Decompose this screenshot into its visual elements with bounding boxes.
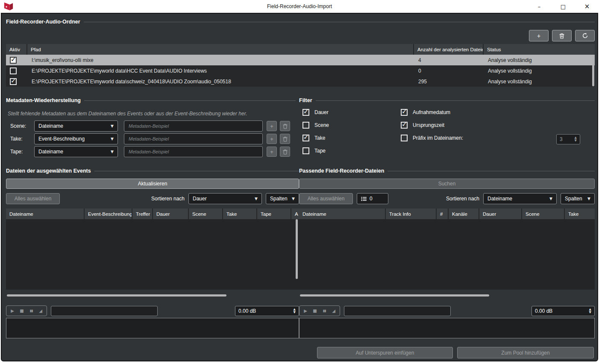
spinner-down-icon[interactable]: ▼ [294, 311, 296, 314]
active-checkbox[interactable] [10, 57, 17, 64]
column-header-anzahl[interactable]: Anzahl der analysierten Dateien [414, 44, 484, 55]
column-header-track-info[interactable]: Track Info [386, 208, 437, 219]
take-example-input[interactable]: Metadaten-Beispiel [124, 133, 263, 144]
column-header-a[interactable]: A [291, 208, 299, 219]
prefix-length-stepper[interactable]: 3 ▲▼ [556, 134, 580, 144]
scene-add-button[interactable]: + [267, 121, 277, 131]
stop-icon[interactable]: ■ [310, 308, 320, 313]
column-header-scene[interactable]: Scene [522, 208, 565, 219]
column-header-take[interactable]: Take [223, 208, 257, 219]
filter-checkbox[interactable] [302, 135, 309, 141]
close-button[interactable]: × [578, 0, 596, 13]
recorder-hscroll-thumb[interactable] [300, 294, 489, 296]
folder-row[interactable]: E:\PROJEKTE\PROJEKTE\myworld data\schwei… [6, 76, 595, 87]
events-table-hscrollbar[interactable] [6, 294, 299, 297]
recorder-table-body[interactable] [299, 219, 595, 290]
filter-checkbox[interactable] [401, 135, 408, 141]
folder-row[interactable]: E:\PROJEKTE\PROJEKTE\myworld data\HCC Ev… [6, 65, 595, 76]
delete-folder-button[interactable] [552, 30, 572, 41]
recorder-preview-field[interactable] [344, 306, 451, 316]
filter-checkbox[interactable] [302, 122, 309, 129]
active-checkbox[interactable] [10, 78, 17, 85]
events-sort-dropdown[interactable]: Dauer ▼ [188, 193, 262, 204]
filter-dauer[interactable]: Dauer [302, 109, 329, 116]
tape-example-input[interactable]: Metadaten-Beispiel [124, 146, 263, 157]
filter-take[interactable]: Take [302, 135, 325, 141]
column-header-pfad[interactable]: Pfad [27, 44, 414, 55]
refresh-folders-button[interactable] [575, 30, 595, 41]
filter-scene[interactable]: Scene [302, 122, 329, 129]
column-header-treffer[interactable]: Treffer [132, 208, 153, 219]
play-icon[interactable]: ▶ [8, 308, 17, 313]
status-text: Analyse vollständig [484, 65, 595, 76]
folder-table-scrollbar[interactable] [592, 56, 594, 86]
events-table-vscrollbar[interactable] [296, 219, 298, 279]
recorder-sort-dropdown[interactable]: Dateiname ▼ [483, 193, 557, 204]
column-header-tape[interactable]: Tape [257, 208, 291, 219]
events-volume-stepper[interactable]: 0.00 dB ▲▼ [235, 306, 299, 316]
active-checkbox[interactable] [10, 68, 17, 74]
column-header-dateiname[interactable]: Dateiname [6, 208, 85, 219]
play-icon[interactable]: ▶ [301, 308, 310, 313]
column-header-aktiv[interactable]: Aktiv [6, 44, 27, 55]
filter-ursprungszeit[interactable]: Ursprungszeit [401, 122, 444, 129]
insert-subtracks-button[interactable]: Auf Unterspuren einfügen [317, 347, 453, 358]
pause-icon[interactable]: ▮▮ [26, 309, 36, 313]
filter-checkbox[interactable] [302, 147, 309, 154]
add-to-pool-button[interactable]: Zum Pool hinzufügen [457, 347, 594, 358]
titlebar: Field-Recorder-Audio-Import – □ × [0, 0, 599, 13]
recorder-table-hscrollbar[interactable] [299, 294, 595, 297]
filter-tape[interactable]: Tape [302, 147, 326, 154]
spinner-down-icon[interactable]: ▼ [589, 311, 591, 314]
update-button[interactable]: Aktualisieren [6, 179, 299, 189]
column-header-number[interactable]: # [437, 208, 449, 219]
recorder-info-box[interactable] [299, 318, 595, 338]
take-example-placeholder: Metadaten-Beispiel [129, 136, 169, 141]
recorder-volume-stepper[interactable]: 0.00 dB ▲▼ [531, 306, 595, 316]
take-delete-button[interactable] [280, 134, 290, 144]
take-add-button[interactable]: + [267, 134, 277, 144]
folder-row[interactable]: I:\musik_erol\vonu-olli mixe 4 Analyse v… [6, 55, 595, 65]
search-button[interactable]: Suchen [299, 179, 595, 189]
take-source-value: Event-Beschreibung [38, 136, 85, 142]
column-header-status[interactable]: Status [484, 44, 595, 55]
maximize-button[interactable]: □ [555, 0, 572, 13]
scene-example-input[interactable]: Metadaten-Beispiel [124, 120, 263, 132]
column-header-scene[interactable]: Scene [189, 208, 223, 219]
select-all-recorder-button[interactable]: Alles auswählen [299, 193, 353, 204]
tape-add-button[interactable]: + [267, 147, 277, 157]
ramp-icon[interactable]: ◢ [36, 308, 45, 313]
events-table-body[interactable] [6, 219, 299, 290]
column-header-kanaele[interactable]: Kanäle [449, 208, 479, 219]
filter-checkbox[interactable] [302, 109, 309, 116]
take-source-dropdown[interactable]: Event-Beschreibung ▼ [34, 133, 118, 144]
column-header-event-beschreibung[interactable]: Event-Beschreibung [85, 208, 132, 219]
minimize-button[interactable]: – [531, 0, 548, 13]
column-header-take[interactable]: Take [565, 208, 595, 219]
pause-icon[interactable]: ▮▮ [320, 309, 329, 313]
events-hscroll-thumb[interactable] [7, 294, 226, 296]
spinner-down-icon[interactable]: ▼ [575, 139, 577, 142]
add-folder-button[interactable]: + [529, 30, 549, 41]
select-all-events-button[interactable]: Alles auswählen [6, 193, 60, 204]
filter-checkbox[interactable] [401, 109, 408, 116]
filter-praefix[interactable]: Präfix im Dateinamen: [401, 135, 463, 141]
filter-checkbox[interactable] [401, 122, 408, 129]
scene-delete-button[interactable] [280, 121, 290, 131]
stop-icon[interactable]: ■ [17, 308, 26, 313]
scene-source-dropdown[interactable]: Dateiname ▼ [34, 120, 118, 132]
ramp-icon[interactable]: ◢ [329, 308, 338, 313]
tape-example-placeholder: Metadaten-Beispiel [129, 149, 169, 154]
events-table-header: Dateiname Event-Beschreibung Treffer Dau… [6, 208, 299, 219]
events-columns-dropdown[interactable]: Spalten ▼ [266, 193, 299, 204]
filter-aufnahmedatum[interactable]: Aufnahmedatum [401, 109, 450, 116]
recorder-panel-title-text: Passende Field-Recorder-Dateien [299, 168, 384, 174]
column-header-dauer[interactable]: Dauer [153, 208, 189, 219]
column-header-dauer[interactable]: Dauer [479, 208, 522, 219]
tape-source-dropdown[interactable]: Dateiname ▼ [34, 146, 118, 157]
events-info-box[interactable] [6, 318, 299, 338]
column-header-dateiname[interactable]: Dateiname [299, 208, 386, 219]
events-preview-field[interactable] [51, 306, 158, 316]
tape-delete-button[interactable] [280, 147, 290, 157]
recorder-columns-dropdown[interactable]: Spalten ▼ [561, 193, 595, 204]
